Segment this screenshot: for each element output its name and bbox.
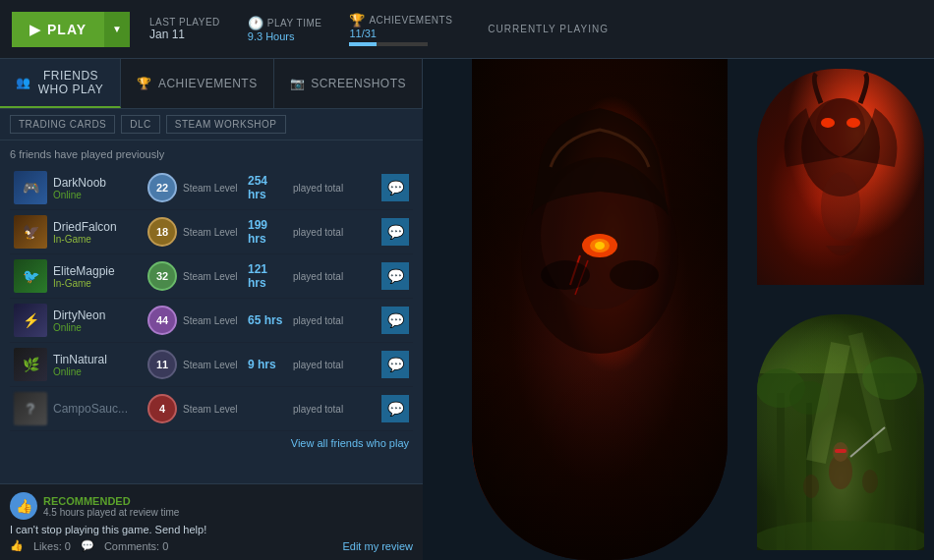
friend-row: 🎮 DarkNoob Online 22 Steam Level 254 hrs… [10, 166, 413, 210]
achievements-icon: 🏆 [137, 77, 152, 90]
avatar: 🦅 [14, 215, 47, 249]
steam-level-label: Steam Level [183, 404, 242, 415]
left-panel: 👥 FRIENDS WHO PLAY 🏆 ACHIEVEMENTS 📷 SCRE… [0, 59, 423, 560]
creature-art [757, 69, 924, 285]
play-time-stat: 🕐 PLAY TIME 9.3 Hours [248, 16, 322, 42]
friend-info: CampoSauc... [53, 402, 142, 416]
right-panel [423, 59, 934, 560]
level-badge: 18 [147, 217, 177, 247]
rec-actions: 👍 Likes: 0 💬 Comments: 0 Edit my review [10, 539, 413, 552]
tab-achievements[interactable]: 🏆 ACHIEVEMENTS [121, 59, 273, 108]
friend-name: DarkNoob [53, 176, 142, 190]
friends-section: 6 friends have played previously 🎮 DarkN… [0, 140, 423, 483]
steam-level-label: Steam Level [183, 271, 242, 282]
play-time-value: 9.3 Hours [248, 30, 322, 42]
play-group: ▶ PLAY ▼ [12, 12, 130, 47]
avatar: 🐦 [14, 259, 47, 293]
svg-point-12 [846, 118, 860, 128]
sub-tab-workshop[interactable]: STEAM WORKSHOP [166, 115, 286, 134]
rec-likes: 👍 Likes: 0 💬 Comments: 0 [10, 539, 168, 552]
friend-name: CampoSauc... [53, 402, 142, 416]
friend-status: Online [53, 190, 142, 200]
chat-button[interactable]: 💬 [381, 395, 409, 422]
svg-point-7 [541, 260, 590, 290]
recommended-section: 👍 RECOMMENDED 4.5 hours played at review… [0, 483, 423, 560]
chat-button[interactable]: 💬 [381, 218, 409, 246]
chat-button[interactable]: 💬 [381, 174, 409, 201]
clock-icon: 🕐 [248, 16, 263, 30]
creature-art-svg [757, 69, 924, 285]
friend-status: In-Game [53, 234, 142, 245]
play-label: PLAY [47, 22, 87, 37]
friend-hours: 121 hrs [248, 262, 287, 290]
avatar: ? [14, 392, 47, 425]
friend-hours-total: played total [293, 404, 376, 415]
chat-button[interactable]: 💬 [381, 351, 409, 378]
rec-review-text: I can't stop playing this game. Send hel… [10, 524, 413, 535]
top-right-artwork [757, 69, 924, 285]
achievements-progress-bar [349, 42, 428, 46]
svg-rect-26 [835, 449, 846, 453]
friend-info: EliteMagpie In-Game [53, 264, 142, 289]
friend-name: TinNatural [53, 353, 142, 366]
top-bar: ▶ PLAY ▼ LAST PLAYED Jan 11 🕐 PLAY TIME … [0, 0, 934, 59]
svg-point-8 [610, 260, 659, 290]
play-icon: ▶ [29, 22, 41, 37]
tab-screenshots[interactable]: 📷 SCREENSHOTS [274, 59, 423, 108]
play-time-label: PLAY TIME [267, 18, 322, 28]
achievements-label: ACHIEVEMENTS [369, 15, 452, 26]
game-art-face [472, 59, 728, 560]
chat-button[interactable]: 💬 [381, 262, 409, 290]
rec-thumb: 👍 [10, 492, 37, 520]
friends-header: 6 friends have played previously [10, 148, 413, 160]
forest-art [757, 314, 924, 550]
sub-tabs: TRADING CARDS DLC STEAM WORKSHOP [0, 109, 423, 140]
level-badge: 4 [147, 394, 177, 423]
svg-point-28 [862, 470, 878, 493]
friend-name: DirtyNeon [53, 308, 142, 322]
sub-tab-trading-cards[interactable]: TRADING CARDS [10, 115, 115, 134]
achievements-fill [349, 42, 377, 46]
view-all-link[interactable]: View all friends who play [10, 431, 413, 455]
svg-rect-18 [909, 398, 916, 550]
edit-review-link[interactable]: Edit my review [342, 540, 413, 552]
chat-button[interactable]: 💬 [381, 307, 409, 334]
avatar: 🌿 [14, 348, 47, 381]
avatar: ⚡ [14, 304, 47, 337]
rec-title: RECOMMENDED [43, 495, 179, 507]
game-main-artwork [472, 59, 728, 560]
play-button[interactable]: ▶ PLAY [12, 12, 104, 47]
friend-hours-total: played total [293, 271, 376, 282]
friend-hours: 65 hrs [248, 313, 287, 327]
friend-hours: 9 hrs [248, 358, 287, 371]
art-svg [472, 59, 728, 560]
trophy-icon: 🏆 [349, 13, 365, 28]
friend-row: 🦅 DriedFalcon In-Game 18 Steam Level 199… [10, 210, 413, 254]
level-badge: 32 [147, 261, 177, 291]
steam-level-label: Steam Level [183, 360, 242, 370]
steam-level-label: Steam Level [183, 183, 242, 194]
likes-count: Likes: 0 [33, 540, 71, 552]
friend-row: ⚡ DirtyNeon Online 44 Steam Level 65 hrs… [10, 299, 413, 343]
friend-hours-total: played total [293, 227, 376, 238]
friend-name: EliteMagpie [53, 264, 142, 278]
tab-friends[interactable]: 👥 FRIENDS WHO PLAY [0, 59, 121, 108]
sub-tab-dlc[interactable]: DLC [121, 115, 160, 134]
friend-row: 🌿 TinNatural Online 11 Steam Level 9 hrs… [10, 343, 413, 387]
friend-row: ? CampoSauc... 4 Steam Level played tota… [10, 387, 413, 431]
steam-level-label: Steam Level [183, 315, 242, 326]
level-badge: 11 [147, 350, 177, 379]
friends-icon: 👥 [16, 76, 31, 89]
tabs-row: 👥 FRIENDS WHO PLAY 🏆 ACHIEVEMENTS 📷 SCRE… [0, 59, 423, 109]
comments-count: Comments: 0 [104, 540, 168, 552]
friend-hours: 199 hrs [248, 218, 287, 246]
main-layout: 👥 FRIENDS WHO PLAY 🏆 ACHIEVEMENTS 📷 SCRE… [0, 59, 934, 560]
play-dropdown-button[interactable]: ▼ [104, 12, 130, 47]
svg-point-11 [821, 118, 835, 128]
friend-info: TinNatural Online [53, 353, 142, 377]
friend-status: Online [53, 366, 142, 377]
friend-info: DarkNoob Online [53, 176, 142, 200]
svg-point-27 [803, 475, 819, 498]
friend-hours: 254 hrs [248, 174, 287, 201]
friend-hours-total: played total [293, 360, 376, 370]
